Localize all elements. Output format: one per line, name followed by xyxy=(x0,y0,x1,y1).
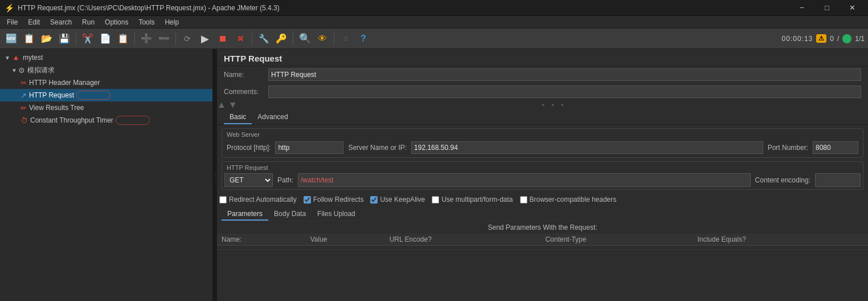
params-tab-files[interactable]: Files Upload xyxy=(312,208,361,221)
tree-item-const-timer[interactable]: ⏱ Constant Throughput Timer xyxy=(0,114,212,127)
menu-run[interactable]: Run xyxy=(77,17,99,27)
toolbar: 🆕 📋 📂 💾 ✂️ 📄 📋 ➕ ➖ ⟳ ▶ ⏹ ✖ 🔧 🔑 � xyxy=(0,29,868,49)
http-request-row: GET POST PUT DELETE HEAD OPTIONS PATCH P… xyxy=(224,173,861,187)
cb-redirect-text: Redirect Automatically xyxy=(229,196,297,204)
success-indicator xyxy=(842,34,851,43)
expand-arrows[interactable]: ▲▼ xyxy=(217,100,240,110)
shutdown-button[interactable]: ✖ xyxy=(232,31,248,47)
cb-multipart-label[interactable]: Use multipart/form-data xyxy=(432,196,513,204)
close-button[interactable]: ✕ xyxy=(841,0,863,16)
web-server-label: Web Server xyxy=(224,131,861,138)
templates-button[interactable]: 📋 xyxy=(21,31,37,47)
cut-button[interactable]: ✂️ xyxy=(80,31,96,47)
collapse-button[interactable]: ➖ xyxy=(156,31,172,47)
http-request-section: HTTP Request GET POST PUT DELETE HEAD OP… xyxy=(222,161,863,190)
col-content-type: Content-Type xyxy=(541,234,693,246)
comments-row: Comments: xyxy=(217,83,868,100)
menu-file[interactable]: File xyxy=(2,17,22,27)
clear-button[interactable]: ⟳ xyxy=(179,31,195,47)
tree-item-header-mgr[interactable]: ✂ HTTP Header Manager xyxy=(0,76,212,89)
minimize-button[interactable]: − xyxy=(791,0,813,16)
main-content: ▼ 🔺 mytest ▼ ⚙ 模拟请求 ✂ HTTP Header Manage… xyxy=(0,49,868,301)
menu-options[interactable]: Options xyxy=(100,17,133,27)
params-tab-parameters[interactable]: Parameters xyxy=(222,208,268,221)
counter-slash: / xyxy=(837,35,839,43)
help-toolbar-button[interactable]: ? xyxy=(355,31,371,47)
params-tab-body[interactable]: Body Data xyxy=(268,208,312,221)
remote-button[interactable]: 🔧 xyxy=(256,31,272,47)
comments-label: Comments: xyxy=(224,88,264,96)
port-input[interactable] xyxy=(813,141,858,154)
cb-keepalive-label[interactable]: Use KeepAlive xyxy=(370,196,425,204)
stop-button[interactable]: ⏹ xyxy=(215,31,231,47)
sep4 xyxy=(252,32,252,46)
path-input[interactable] xyxy=(298,173,751,187)
new-button[interactable]: 🆕 xyxy=(3,31,19,47)
expand-arrow-moni[interactable]: ▼ xyxy=(11,67,17,74)
tree-item-view-results[interactable]: ✏ View Results Tree xyxy=(0,101,212,114)
toolbar-buttons: 🆕 📋 📂 💾 ✂️ 📄 📋 ➕ ➖ ⟳ ▶ ⏹ ✖ 🔧 🔑 � xyxy=(3,31,371,47)
divider: ▲▼ • • • xyxy=(217,100,868,109)
content-encoding-input[interactable] xyxy=(815,173,861,187)
cb-follow-text: Follow Redirects xyxy=(313,196,364,204)
cb-multipart[interactable] xyxy=(432,196,439,204)
panel-title: HTTP Request xyxy=(217,49,868,66)
expand-arrow-mytest[interactable]: ▼ xyxy=(5,55,10,61)
cb-redirect-label[interactable]: Redirect Automatically xyxy=(219,196,297,204)
maximize-button[interactable]: □ xyxy=(816,0,838,16)
warning-icon: ⚠ xyxy=(816,34,826,43)
cb-keepalive[interactable] xyxy=(370,196,378,204)
menu-tools[interactable]: Tools xyxy=(134,17,159,27)
cb-browser[interactable] xyxy=(520,196,527,204)
empty-row xyxy=(217,246,868,250)
protocol-input[interactable] xyxy=(275,141,343,154)
menu-help[interactable]: Help xyxy=(160,17,183,27)
tree-item-mytest[interactable]: ▼ 🔺 mytest xyxy=(0,51,212,64)
tab-advanced[interactable]: Advanced xyxy=(252,111,293,124)
view-results-label: View Results Tree xyxy=(29,104,84,112)
log-level-button[interactable]: ≡ xyxy=(338,31,354,47)
sep3 xyxy=(175,32,176,46)
tab-basic[interactable]: Basic xyxy=(224,111,252,124)
send-params-header: Send Parameters With the Request: xyxy=(217,221,868,234)
cb-multipart-text: Use multipart/form-data xyxy=(441,196,513,204)
mytest-icon: 🔺 xyxy=(11,54,21,62)
paste-button[interactable]: 📋 xyxy=(115,31,131,47)
tree-item-moni[interactable]: ▼ ⚙ 模拟请求 xyxy=(0,64,212,76)
run-button[interactable]: ▶ xyxy=(197,31,213,47)
server-input[interactable] xyxy=(411,141,763,154)
save-button[interactable]: 💾 xyxy=(56,31,72,47)
cb-follow-label[interactable]: Follow Redirects xyxy=(304,196,364,204)
copy-button[interactable]: 📄 xyxy=(97,31,113,47)
view-button[interactable]: 👁 xyxy=(314,31,330,47)
cb-browser-text: Browser-compatible headers xyxy=(530,196,617,204)
timer-display: 00:00:13 xyxy=(782,35,813,43)
cb-follow[interactable] xyxy=(304,196,311,204)
function-button[interactable]: 🔑 xyxy=(273,31,289,47)
content-encoding-label: Content encoding: xyxy=(755,176,810,184)
cb-redirect[interactable] xyxy=(219,196,227,204)
menu-bar: File Edit Search Run Options Tools Help xyxy=(0,16,868,29)
menu-search[interactable]: Search xyxy=(46,17,76,27)
test-tree: ▼ 🔺 mytest ▼ ⚙ 模拟请求 ✂ HTTP Header Manage… xyxy=(0,49,214,301)
col-name: Name: xyxy=(217,234,306,246)
menu-edit[interactable]: Edit xyxy=(23,17,44,27)
port-label: Port Number: xyxy=(768,144,808,152)
method-select-wrapper[interactable]: GET POST PUT DELETE HEAD OPTIONS PATCH xyxy=(224,173,273,187)
sep6 xyxy=(334,32,334,46)
open-button[interactable]: 📂 xyxy=(39,31,55,47)
name-input[interactable] xyxy=(268,68,861,81)
cb-browser-label[interactable]: Browser-compatible headers xyxy=(520,196,617,204)
mytest-label: mytest xyxy=(23,54,43,62)
tree-item-http-req[interactable]: ↗ HTTP Request xyxy=(0,89,212,101)
const-timer-icon: ⏱ xyxy=(21,116,28,125)
http-req-icon: ↗ xyxy=(21,91,27,100)
params-table: Name: Value URL Encode? Content-Type Inc… xyxy=(217,234,868,250)
method-dropdown[interactable]: GET POST PUT DELETE HEAD OPTIONS PATCH xyxy=(225,174,272,186)
expand-button[interactable]: ➕ xyxy=(138,31,154,47)
search-toolbar-button[interactable]: 🔍 xyxy=(297,31,313,47)
view-results-icon: ✏ xyxy=(21,104,27,112)
header-mgr-icon: ✂ xyxy=(21,79,27,87)
moni-icon: ⚙ xyxy=(18,66,25,75)
comments-input[interactable] xyxy=(268,86,861,98)
